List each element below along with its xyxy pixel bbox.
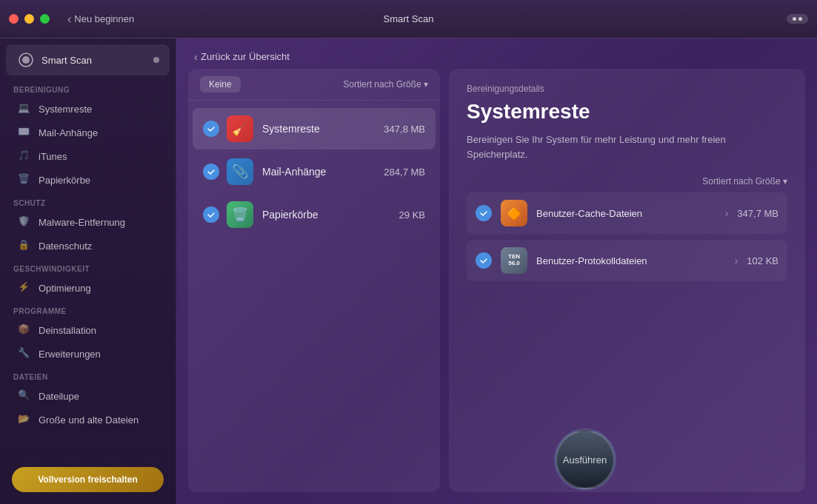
section-label-programme: Programme (0, 300, 176, 318)
deinstallation-label: Deinstallation (39, 325, 96, 336)
section-label-schutz: Schutz (0, 192, 176, 210)
logs-row-size: 102 KB (747, 255, 778, 266)
maximize-button[interactable] (40, 14, 50, 24)
section-label-bereinigung: Bereinigung (0, 78, 176, 97)
systemreste-app-icon: 🧹 (227, 115, 253, 142)
titlebar-dots-button[interactable] (787, 14, 808, 24)
list-item-mail-anhaenge[interactable]: 📎 Mail-Anhänge 284,7 MB (193, 151, 436, 192)
list-item-systemreste[interactable]: 🧹 Systemreste 347,8 MB (193, 108, 436, 149)
sidebar-item-dateilupe[interactable]: 🔍 Dateilupe (6, 384, 170, 408)
sidebar-item-malware[interactable]: 🛡️ Malware-Entfernung (6, 210, 170, 234)
cache-row-name: Benutzer-Cache-Dateien (536, 208, 725, 219)
execute-button[interactable]: Ausführen (556, 430, 615, 489)
titlebar-title: Smart Scan (384, 13, 434, 24)
sidebar-item-mail-anhaenge[interactable]: ✉️ Mail-Anhänge (6, 121, 170, 144)
malware-icon: 🛡️ (18, 215, 31, 229)
datenschutz-icon: 🔒 (18, 239, 31, 252)
filter-button[interactable]: Keine (200, 76, 241, 93)
split-panel: Keine Sortiert nach Größe ▾ 🧹 Systemrest… (176, 69, 817, 504)
traffic-lights (9, 14, 50, 24)
systemreste-icon: 💻 (18, 102, 31, 115)
optimierung-icon: ⚡ (18, 281, 31, 295)
sidebar-item-smart-scan[interactable]: Smart Scan (6, 44, 170, 75)
detail-row-logs[interactable]: TEN 56.0 Benutzer-Protokolldateien › 102… (467, 240, 787, 281)
erweiterungen-icon: 🔧 (18, 347, 31, 360)
sort-label[interactable]: Sortiert nach Größe ▾ (343, 79, 428, 90)
sidebar-section-geschwindigkeit: Geschwindigkeit ⚡ Optimierung (0, 258, 176, 300)
list-item-mail-name: Mail-Anhänge (262, 166, 384, 178)
check-icon-cache (476, 205, 492, 221)
mail-icon: ✉️ (18, 126, 31, 139)
section-label-geschwindigkeit: Geschwindigkeit (0, 258, 176, 276)
erweiterungen-label: Erweiterungen (39, 349, 101, 360)
sidebar-item-deinstallation[interactable]: 📦 Deinstallation (6, 318, 170, 342)
dot2 (798, 17, 802, 21)
detail-row-cache[interactable]: 🔶 Benutzer-Cache-Dateien › 347,7 MB (467, 192, 787, 234)
sidebar: Smart Scan Bereinigung 💻 Systemreste ✉️ … (0, 38, 176, 504)
logs-row-name: Benutzer-Protokolldateien (536, 255, 735, 266)
sidebar-section-dateien: Dateien 🔍 Dateilupe 📂 Große und alte Dat… (0, 366, 176, 431)
back-nav[interactable]: ‹ Zurück zur Übersicht (176, 38, 817, 69)
datenschutz-label: Datenschutz (39, 241, 92, 252)
detail-section-label: Bereinigungsdetails (467, 84, 787, 94)
detail-rows: 🔶 Benutzer-Cache-Dateien › 347,7 MB TEN … (467, 192, 787, 286)
titlebar: ‹ Neu beginnen Smart Scan (0, 0, 817, 38)
dot1 (793, 17, 796, 21)
back-chevron-icon: ‹ (194, 50, 198, 63)
upgrade-button[interactable]: Vollversion freischalten (12, 467, 164, 492)
mail-label: Mail-Anhänge (39, 127, 98, 138)
check-icon-systemreste (203, 121, 219, 137)
list-item-papierkoerbe[interactable]: 🗑️ Papierkörbe 29 KB (193, 194, 436, 235)
cache-row-size: 347,7 MB (737, 208, 778, 219)
optimierung-label: Optimierung (39, 283, 91, 294)
deinstallation-icon: 📦 (18, 323, 31, 337)
detail-panel: Bereinigungsdetails Systemreste Bereinig… (449, 69, 805, 492)
sidebar-item-systemreste[interactable]: 💻 Systemreste (6, 97, 170, 121)
sidebar-item-datenschutz[interactable]: 🔒 Datenschutz (6, 234, 170, 258)
cache-chevron-icon: › (725, 207, 729, 219)
grosse-dateien-label: Große und alte Dateien (39, 414, 139, 426)
sidebar-item-erweiterungen[interactable]: 🔧 Erweiterungen (6, 342, 170, 366)
titlebar-nav[interactable]: ‹ Neu beginnen (67, 13, 134, 26)
mail-app-icon: 📎 (227, 158, 253, 185)
logs-chevron-icon: › (735, 255, 738, 266)
check-icon-papierkorb (203, 206, 219, 223)
sidebar-item-grosse-dateien[interactable]: 📂 Große und alte Dateien (6, 408, 170, 431)
list-item-papierkorb-size: 29 KB (399, 209, 425, 221)
svg-point-1 (22, 56, 30, 64)
smart-scan-label: Smart Scan (41, 55, 92, 66)
sidebar-section-bereinigung: Bereinigung 💻 Systemreste ✉️ Mail-Anhäng… (0, 78, 176, 192)
list-header: Keine Sortiert nach Größe ▾ (188, 69, 440, 101)
log-icon: TEN 56.0 (501, 247, 527, 274)
list-item-systemreste-size: 347,8 MB (384, 124, 425, 135)
itunes-icon: 🎵 (18, 149, 31, 163)
itunes-label: iTunes (39, 151, 67, 162)
back-label: Zurück zur Übersicht (201, 51, 290, 62)
close-button[interactable] (9, 14, 19, 24)
titlebar-nav-label: Neu beginnen (74, 13, 134, 24)
systemreste-label: Systemreste (39, 104, 92, 115)
grosse-dateien-icon: 📂 (18, 413, 31, 426)
sidebar-item-papierkoerbe[interactable]: 🗑️ Papierkörbe (6, 168, 170, 192)
check-icon-mail (203, 164, 219, 180)
sidebar-bottom: Vollversion freischalten (0, 455, 176, 504)
content-area: ‹ Zurück zur Übersicht Keine Sortiert na… (176, 38, 817, 504)
smart-scan-dot (153, 57, 159, 63)
minimize-button[interactable] (24, 14, 34, 24)
list-panel: Keine Sortiert nach Größe ▾ 🧹 Systemrest… (188, 69, 440, 492)
dateilupe-icon: 🔍 (18, 389, 31, 403)
sidebar-item-itunes[interactable]: 🎵 iTunes (6, 144, 170, 168)
chevron-left-icon: ‹ (67, 13, 71, 26)
sidebar-item-optimierung[interactable]: ⚡ Optimierung (6, 276, 170, 300)
smart-scan-icon (18, 52, 34, 68)
detail-description: Bereinigen Sie Ihr System für mehr Leist… (467, 132, 787, 161)
list-item-mail-size: 284,7 MB (384, 167, 425, 178)
check-icon-logs (476, 252, 492, 269)
cache-icon: 🔶 (501, 200, 527, 226)
dateilupe-label: Dateilupe (39, 391, 79, 402)
papierkoerbe-icon: 🗑️ (18, 173, 31, 187)
malware-label: Malware-Entfernung (39, 217, 125, 228)
list-item-systemreste-name: Systemreste (262, 123, 384, 135)
detail-sort-label[interactable]: Sortiert nach Größe ▾ (467, 176, 787, 187)
detail-title: Systemreste (467, 100, 787, 124)
